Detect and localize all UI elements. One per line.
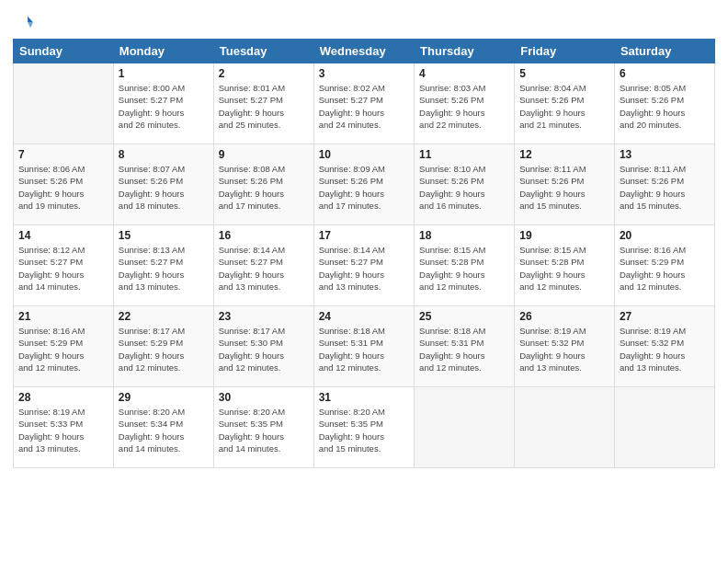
day-info: Sunrise: 8:16 AM Sunset: 5:29 PM Dayligh… <box>620 244 710 293</box>
day-number: 8 <box>119 148 209 161</box>
day-info: Sunrise: 8:07 AM Sunset: 5:26 PM Dayligh… <box>119 163 209 212</box>
day-number: 28 <box>18 391 108 404</box>
day-info: Sunrise: 8:19 AM Sunset: 5:33 PM Dayligh… <box>18 406 108 454</box>
day-info: Sunrise: 8:19 AM Sunset: 5:32 PM Dayligh… <box>620 325 710 373</box>
calendar-cell: 31Sunrise: 8:20 AM Sunset: 5:35 PM Dayli… <box>313 387 414 468</box>
calendar-cell: 10Sunrise: 8:09 AM Sunset: 5:26 PM Dayli… <box>313 144 414 225</box>
day-info: Sunrise: 8:11 AM Sunset: 5:26 PM Dayligh… <box>620 163 710 212</box>
calendar-cell: 11Sunrise: 8:10 AM Sunset: 5:26 PM Dayli… <box>415 144 515 225</box>
calendar: SundayMondayTuesdayWednesdayThursdayFrid… <box>13 39 715 468</box>
calendar-cell: 3Sunrise: 8:02 AM Sunset: 5:27 PM Daylig… <box>313 63 414 144</box>
calendar-cell: 1Sunrise: 8:00 AM Sunset: 5:27 PM Daylig… <box>113 63 213 144</box>
day-number: 7 <box>18 148 108 161</box>
calendar-cell: 29Sunrise: 8:20 AM Sunset: 5:34 PM Dayli… <box>113 387 213 468</box>
calendar-cell: 21Sunrise: 8:16 AM Sunset: 5:29 PM Dayli… <box>14 306 114 387</box>
calendar-header-thursday: Thursday <box>415 40 515 63</box>
calendar-header-sunday: Sunday <box>14 40 114 63</box>
svg-marker-0 <box>28 17 33 23</box>
calendar-cell <box>415 387 515 468</box>
day-number: 14 <box>18 229 108 242</box>
calendar-cell: 19Sunrise: 8:15 AM Sunset: 5:28 PM Dayli… <box>515 225 615 306</box>
day-info: Sunrise: 8:18 AM Sunset: 5:31 PM Dayligh… <box>419 325 509 373</box>
calendar-cell: 23Sunrise: 8:17 AM Sunset: 5:30 PM Dayli… <box>213 306 313 387</box>
calendar-cell: 24Sunrise: 8:18 AM Sunset: 5:31 PM Dayli… <box>313 306 414 387</box>
day-number: 30 <box>219 391 309 404</box>
day-info: Sunrise: 8:09 AM Sunset: 5:26 PM Dayligh… <box>319 163 409 212</box>
day-number: 23 <box>219 310 309 323</box>
svg-marker-1 <box>28 22 33 28</box>
calendar-header-monday: Monday <box>113 40 213 63</box>
day-info: Sunrise: 8:12 AM Sunset: 5:27 PM Dayligh… <box>18 244 108 293</box>
day-info: Sunrise: 8:04 AM Sunset: 5:26 PM Dayligh… <box>519 82 609 131</box>
calendar-cell: 17Sunrise: 8:14 AM Sunset: 5:27 PM Dayli… <box>313 225 414 306</box>
day-number: 13 <box>620 148 710 161</box>
calendar-header-friday: Friday <box>515 40 615 63</box>
day-info: Sunrise: 8:01 AM Sunset: 5:27 PM Dayligh… <box>219 82 309 131</box>
calendar-cell <box>14 63 114 144</box>
day-info: Sunrise: 8:11 AM Sunset: 5:26 PM Dayligh… <box>519 163 609 212</box>
day-info: Sunrise: 8:20 AM Sunset: 5:34 PM Dayligh… <box>119 406 209 454</box>
calendar-cell: 5Sunrise: 8:04 AM Sunset: 5:26 PM Daylig… <box>515 63 615 144</box>
day-number: 10 <box>319 148 409 161</box>
calendar-cell: 8Sunrise: 8:07 AM Sunset: 5:26 PM Daylig… <box>113 144 213 225</box>
calendar-week-row: 21Sunrise: 8:16 AM Sunset: 5:29 PM Dayli… <box>14 306 715 387</box>
day-info: Sunrise: 8:14 AM Sunset: 5:27 PM Dayligh… <box>319 244 409 293</box>
day-info: Sunrise: 8:17 AM Sunset: 5:30 PM Dayligh… <box>219 325 309 373</box>
day-info: Sunrise: 8:14 AM Sunset: 5:27 PM Dayligh… <box>219 244 309 293</box>
calendar-cell: 4Sunrise: 8:03 AM Sunset: 5:26 PM Daylig… <box>415 63 515 144</box>
day-info: Sunrise: 8:08 AM Sunset: 5:26 PM Dayligh… <box>219 163 309 212</box>
day-info: Sunrise: 8:20 AM Sunset: 5:35 PM Dayligh… <box>219 406 309 454</box>
calendar-cell: 26Sunrise: 8:19 AM Sunset: 5:32 PM Dayli… <box>515 306 615 387</box>
calendar-week-row: 7Sunrise: 8:06 AM Sunset: 5:26 PM Daylig… <box>14 144 715 225</box>
day-number: 16 <box>219 229 309 242</box>
calendar-cell <box>614 387 714 468</box>
calendar-header-tuesday: Tuesday <box>213 40 313 63</box>
logo <box>13 13 37 33</box>
day-number: 9 <box>219 148 309 161</box>
day-info: Sunrise: 8:15 AM Sunset: 5:28 PM Dayligh… <box>419 244 509 293</box>
day-number: 20 <box>620 229 710 242</box>
day-number: 22 <box>119 310 209 323</box>
day-number: 24 <box>319 310 409 323</box>
day-number: 17 <box>319 229 409 242</box>
day-info: Sunrise: 8:19 AM Sunset: 5:32 PM Dayligh… <box>519 325 609 373</box>
header <box>13 9 715 33</box>
calendar-cell: 28Sunrise: 8:19 AM Sunset: 5:33 PM Dayli… <box>14 387 114 468</box>
day-info: Sunrise: 8:18 AM Sunset: 5:31 PM Dayligh… <box>319 325 409 373</box>
day-info: Sunrise: 8:17 AM Sunset: 5:29 PM Dayligh… <box>119 325 209 373</box>
day-info: Sunrise: 8:02 AM Sunset: 5:27 PM Dayligh… <box>319 82 409 131</box>
day-number: 31 <box>319 391 409 404</box>
day-number: 21 <box>18 310 108 323</box>
calendar-cell: 9Sunrise: 8:08 AM Sunset: 5:26 PM Daylig… <box>213 144 313 225</box>
day-info: Sunrise: 8:20 AM Sunset: 5:35 PM Dayligh… <box>319 406 409 454</box>
calendar-cell: 2Sunrise: 8:01 AM Sunset: 5:27 PM Daylig… <box>213 63 313 144</box>
calendar-week-row: 1Sunrise: 8:00 AM Sunset: 5:27 PM Daylig… <box>14 63 715 144</box>
day-number: 3 <box>319 67 409 80</box>
day-number: 2 <box>219 67 309 80</box>
day-number: 5 <box>519 67 609 80</box>
calendar-cell: 14Sunrise: 8:12 AM Sunset: 5:27 PM Dayli… <box>14 225 114 306</box>
day-info: Sunrise: 8:13 AM Sunset: 5:27 PM Dayligh… <box>119 244 209 293</box>
day-number: 6 <box>620 67 710 80</box>
day-info: Sunrise: 8:06 AM Sunset: 5:26 PM Dayligh… <box>18 163 108 212</box>
calendar-cell: 20Sunrise: 8:16 AM Sunset: 5:29 PM Dayli… <box>614 225 714 306</box>
calendar-cell: 30Sunrise: 8:20 AM Sunset: 5:35 PM Dayli… <box>213 387 313 468</box>
calendar-cell: 13Sunrise: 8:11 AM Sunset: 5:26 PM Dayli… <box>614 144 714 225</box>
day-number: 19 <box>519 229 609 242</box>
calendar-cell: 22Sunrise: 8:17 AM Sunset: 5:29 PM Dayli… <box>113 306 213 387</box>
day-number: 29 <box>119 391 209 404</box>
calendar-cell: 15Sunrise: 8:13 AM Sunset: 5:27 PM Dayli… <box>113 225 213 306</box>
day-info: Sunrise: 8:05 AM Sunset: 5:26 PM Dayligh… <box>620 82 710 131</box>
day-number: 15 <box>119 229 209 242</box>
day-number: 27 <box>620 310 710 323</box>
calendar-cell: 27Sunrise: 8:19 AM Sunset: 5:32 PM Dayli… <box>614 306 714 387</box>
day-number: 4 <box>419 67 509 80</box>
day-info: Sunrise: 8:03 AM Sunset: 5:26 PM Dayligh… <box>419 82 509 131</box>
day-number: 12 <box>519 148 609 161</box>
calendar-header-row: SundayMondayTuesdayWednesdayThursdayFrid… <box>14 40 715 63</box>
day-info: Sunrise: 8:00 AM Sunset: 5:27 PM Dayligh… <box>119 82 209 131</box>
day-info: Sunrise: 8:16 AM Sunset: 5:29 PM Dayligh… <box>18 325 108 373</box>
calendar-header-wednesday: Wednesday <box>313 40 414 63</box>
calendar-week-row: 28Sunrise: 8:19 AM Sunset: 5:33 PM Dayli… <box>14 387 715 468</box>
day-number: 18 <box>419 229 509 242</box>
